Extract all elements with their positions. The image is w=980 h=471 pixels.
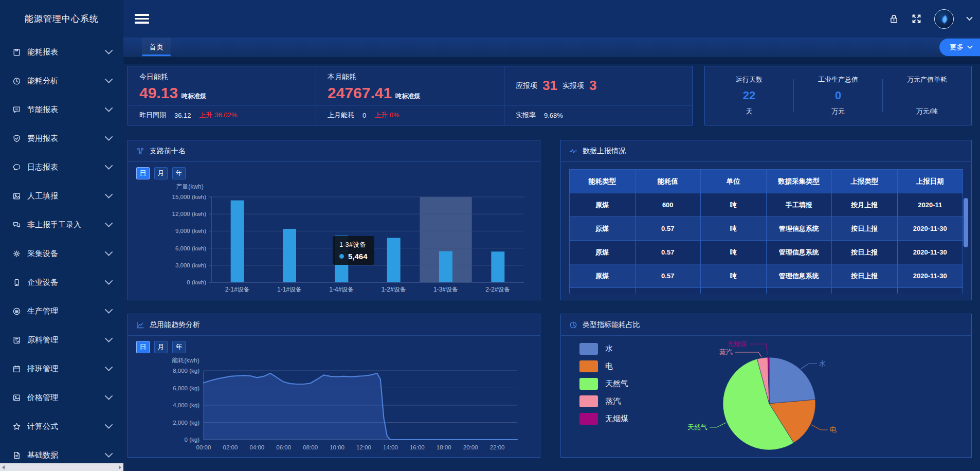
tab-active-underline	[142, 55, 171, 56]
summary-unit: 万元/吨	[883, 107, 971, 116]
sidebar-item-生产管理[interactable]: 生产管理	[0, 297, 123, 325]
menu-icon[interactable]	[135, 14, 149, 24]
chevron-down-icon	[104, 249, 113, 258]
chevron-down-icon[interactable]	[966, 16, 973, 21]
chevron-down-icon	[104, 221, 113, 229]
stat-value: 49.13	[139, 84, 178, 101]
summary-value: 0	[794, 89, 882, 102]
base-data-icon	[12, 451, 21, 460]
sidebar-item-能耗报表[interactable]: 能耗报表	[0, 38, 123, 66]
pie-chart: 水电天然气蒸汽无烟煤	[561, 336, 967, 457]
summary-label: 工业生产总值	[794, 75, 882, 84]
sidebar-item-排班管理[interactable]: 排班管理	[0, 354, 123, 383]
sidebar-item-人工填报[interactable]: 人工填报	[0, 182, 123, 210]
bar-chart: 产量(kwh)0 (kwh)3,000 (kwh)6,000 (kwh)9,00…	[134, 182, 534, 299]
table-cell: 吨	[701, 193, 767, 217]
svg-text:2-2#设备: 2-2#设备	[485, 286, 510, 293]
period-tab-月[interactable]: 月	[154, 341, 168, 353]
stat-value: 24767.41	[328, 84, 392, 101]
trend-chart-icon	[136, 321, 144, 329]
period-tab-月[interactable]: 月	[154, 167, 168, 179]
sidebar-item-label: 节能报表	[27, 105, 58, 115]
avatar[interactable]	[934, 9, 954, 29]
gear-icon	[12, 249, 21, 258]
tab-home[interactable]: 首页	[142, 38, 171, 57]
table-scrollbar-thumb[interactable]	[964, 198, 968, 247]
schedule-icon	[12, 365, 21, 373]
sidebar-item-价格管理[interactable]: 价格管理	[0, 383, 123, 412]
energy-trend-panel: 总用能趋势分析 日月年 能耗(kwh)0 (kg)2,000 (kg)4,000…	[128, 314, 540, 458]
table-cell: 吨	[701, 264, 767, 288]
sidebar-item-非上报手工录入[interactable]: 非上报手工录入	[0, 210, 123, 239]
stat-label: 应报项	[516, 81, 537, 90]
period-tab-日[interactable]: 日	[136, 167, 150, 179]
stats-panel: 今日能耗 49.13吨标准煤 昨日同期 36.12 上升 36.02% 本月能耗…	[128, 66, 693, 125]
more-button[interactable]: 更多	[939, 39, 980, 56]
period-tab-日[interactable]: 日	[136, 341, 150, 353]
material-icon	[12, 336, 21, 345]
svg-text:12:00: 12:00	[356, 444, 371, 450]
svg-text:18:00: 18:00	[437, 444, 451, 450]
period-tab-年[interactable]: 年	[172, 167, 186, 179]
chevron-down-icon	[967, 45, 973, 49]
summary-unit: 万元	[794, 107, 882, 116]
chevron-down-icon	[104, 451, 113, 460]
stat-card-today: 今日能耗 49.13吨标准煤 昨日同期 36.12 上升 36.02%	[128, 66, 316, 125]
period-tab-年[interactable]: 年	[172, 341, 186, 353]
sidebar-item-label: 基础数据	[27, 450, 58, 460]
sidebar-item-label: 能耗分析	[27, 76, 58, 86]
svg-text:10:00: 10:00	[330, 444, 344, 450]
more-button-label: 更多	[950, 43, 964, 52]
sidebar-scrollbar[interactable]	[0, 463, 123, 471]
svg-text:12,000 (kwh): 12,000 (kwh)	[172, 211, 207, 217]
chevron-down-icon	[104, 134, 113, 143]
table-cell: 管理信息系统	[766, 241, 832, 264]
sidebar-item-节能报表[interactable]: 节能报表	[0, 95, 123, 124]
sidebar-item-原料管理[interactable]: 原料管理	[0, 325, 123, 354]
sidebar-item-日志报表[interactable]: 日志报表	[0, 153, 123, 182]
sidebar-item-能耗分析[interactable]: 能耗分析	[0, 66, 123, 95]
sidebar-item-label: 生产管理	[27, 306, 58, 316]
sidebar-item-费用报表[interactable]: 费用报表	[0, 124, 123, 153]
chevron-down-icon	[104, 163, 113, 172]
summary-value	[883, 89, 971, 102]
table-cell: 原煤	[570, 288, 636, 294]
panel-title: 类型指标能耗占比	[583, 320, 640, 330]
sidebar-item-label: 费用报表	[27, 134, 58, 143]
sidebar-item-label: 非上报手工录入	[27, 220, 81, 230]
table-cell: 吨	[701, 241, 767, 264]
price-icon	[12, 393, 21, 402]
header-actions	[889, 0, 973, 38]
sidebar-item-计算公式[interactable]: 计算公式	[0, 412, 123, 441]
sidebar-item-label: 企业设备	[27, 278, 58, 287]
sidebar-item-label: 人工填报	[27, 191, 58, 201]
scroll-left-icon[interactable]	[2, 465, 5, 469]
table-cell: 按日上报	[832, 288, 898, 294]
svg-text:0 (kwh): 0 (kwh)	[187, 279, 206, 285]
sidebar-item-采集设备[interactable]: 采集设备	[0, 239, 123, 268]
summary-label: 运行天数	[705, 75, 793, 84]
table-cell: 2020-11-30	[897, 217, 963, 241]
chevron-down-icon	[104, 393, 113, 402]
sidebar-item-企业设备[interactable]: 企业设备	[0, 268, 123, 297]
stat-footer-label: 上月能耗	[328, 111, 354, 120]
table-cell: 2020-11-30	[897, 288, 963, 294]
app-title: 能源管理中心系统	[0, 0, 123, 38]
summary-label: 万元产值单耗	[883, 75, 971, 84]
sidebar-item-label: 计算公式	[27, 422, 58, 431]
summary-unit: 天	[705, 107, 793, 116]
chevron-down-icon	[104, 278, 113, 287]
line-chart: 能耗(kwh)0 (kg)2,000 (kg)4,000 (kg)6,000 (…	[134, 355, 534, 457]
bar-chart-period-tabs: 日月年	[136, 167, 186, 179]
svg-text:3,000 (kwh): 3,000 (kwh)	[175, 262, 206, 268]
scroll-right-icon[interactable]	[119, 465, 121, 469]
svg-text:22:00: 22:00	[490, 444, 505, 450]
sidebar-item-label: 采集设备	[27, 249, 58, 259]
svg-text:02:00: 02:00	[223, 444, 238, 450]
table-cell: 2020-11	[897, 193, 963, 217]
production-icon	[12, 307, 21, 316]
manual-fill-icon	[12, 192, 21, 201]
fullscreen-icon[interactable]	[911, 13, 922, 24]
svg-text:8,000 (kg): 8,000 (kg)	[173, 368, 199, 374]
lock-icon[interactable]	[889, 14, 899, 24]
